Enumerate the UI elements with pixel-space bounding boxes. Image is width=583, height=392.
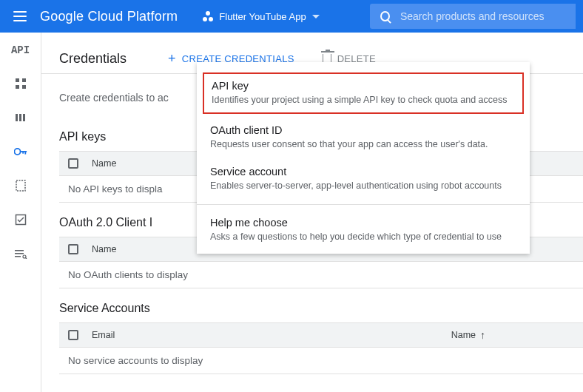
create-credentials-menu: API key Identifies your project using a … <box>197 62 530 254</box>
domain-verification-icon[interactable] <box>14 213 27 226</box>
menu-item-help-choose[interactable]: Help me choose Asks a few questions to h… <box>197 209 530 251</box>
svg-rect-15 <box>15 256 21 257</box>
menu-divider <box>197 204 530 205</box>
svg-rect-4 <box>16 114 18 121</box>
svg-point-7 <box>14 149 20 155</box>
service-table-header: Email Name ↑ <box>59 322 583 348</box>
menu-item-api-key[interactable]: API key Identifies your project using a … <box>203 72 524 114</box>
menu-item-service-account[interactable]: Service account Enables server-to-server… <box>197 158 530 200</box>
svg-rect-1 <box>22 78 26 82</box>
svg-rect-6 <box>23 114 25 121</box>
search-input[interactable] <box>400 10 565 22</box>
menu-item-desc: Asks a few questions to help you decide … <box>210 232 516 242</box>
svg-rect-13 <box>15 250 24 251</box>
service-col-name[interactable]: Name ↑ <box>451 329 485 341</box>
api-label: API <box>11 44 30 56</box>
svg-rect-2 <box>16 85 19 89</box>
service-empty: No service accounts to display <box>59 348 583 374</box>
menu-item-desc: Requests user consent so that your app c… <box>210 139 516 149</box>
menu-item-oauth-client[interactable]: OAuth client ID Requests user consent so… <box>197 117 530 158</box>
api-keys-select-all[interactable] <box>68 158 78 169</box>
oauth-select-all[interactable] <box>68 244 78 254</box>
search-box[interactable] <box>370 4 576 29</box>
chevron-down-icon <box>312 15 320 18</box>
oauth-consent-icon[interactable] <box>14 179 27 192</box>
menu-item-title: Help me choose <box>210 217 516 229</box>
project-icon <box>203 11 213 21</box>
menu-item-title: API key <box>212 80 515 92</box>
plus-icon: + <box>168 51 176 67</box>
credentials-icon[interactable] <box>14 145 27 158</box>
service-select-all[interactable] <box>68 330 78 340</box>
project-name: Flutter YouTube App <box>219 11 306 22</box>
menu-item-title: OAuth client ID <box>210 124 516 136</box>
service-heading: Service Accounts <box>59 288 583 322</box>
menu-item-title: Service account <box>210 166 516 178</box>
arrow-up-icon: ↑ <box>480 329 485 341</box>
dashboard-icon[interactable] <box>14 77 27 90</box>
service-col-email[interactable]: Email <box>92 330 115 340</box>
svg-rect-0 <box>16 78 19 82</box>
svg-rect-14 <box>15 253 24 254</box>
menu-item-desc: Identifies your project using a simple A… <box>212 95 515 105</box>
brand-label: Google Cloud Platform <box>40 9 178 24</box>
search-icon <box>380 11 390 21</box>
library-icon[interactable] <box>14 111 27 124</box>
left-rail: API <box>0 33 41 392</box>
svg-rect-3 <box>22 85 26 89</box>
svg-rect-5 <box>19 114 21 121</box>
page-usage-icon[interactable] <box>14 247 27 260</box>
api-keys-col-name[interactable]: Name <box>92 158 116 169</box>
menu-item-desc: Enables server-to-server, app-level auth… <box>210 180 516 191</box>
hamburger-icon[interactable] <box>13 11 27 21</box>
svg-rect-11 <box>16 180 25 191</box>
oauth-empty: No OAuth clients to display <box>59 262 583 288</box>
svg-rect-10 <box>22 151 24 154</box>
oauth-col-name[interactable]: Name <box>92 244 116 254</box>
top-bar: Google Cloud Platform Flutter YouTube Ap… <box>0 0 583 33</box>
svg-rect-9 <box>24 151 26 155</box>
page-title: Credentials <box>59 51 127 67</box>
project-picker[interactable]: Flutter YouTube App <box>198 8 323 25</box>
main-content: Credentials + CREATE CREDENTIALS DELETE … <box>41 33 583 392</box>
